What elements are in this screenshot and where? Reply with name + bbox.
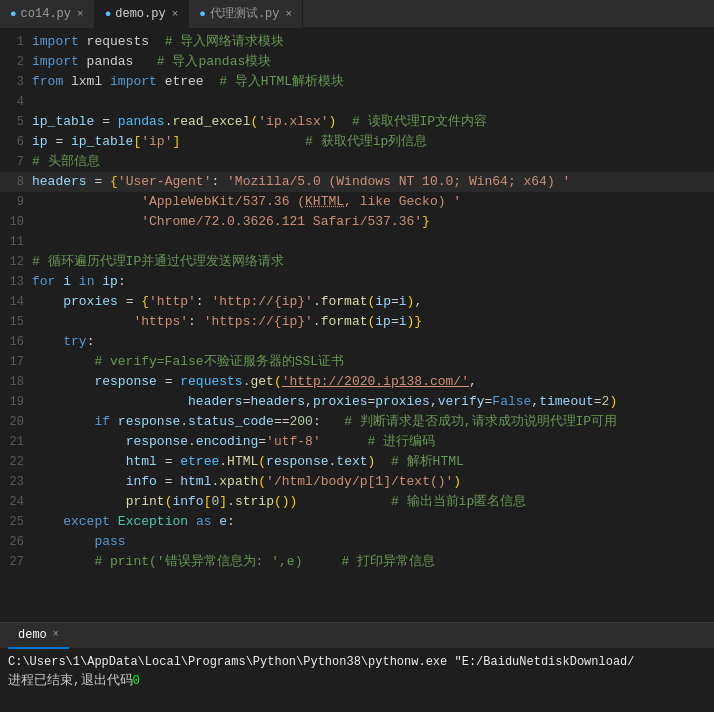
tab-co14-label: co14.py bbox=[21, 7, 71, 21]
python-icon-proxy: ● bbox=[199, 8, 206, 20]
line-number-27: 27 bbox=[4, 552, 32, 572]
line-content-9: 'AppleWebKit/537.36 (KHTML, like Gecko) … bbox=[32, 192, 710, 212]
code-line-4: 4 bbox=[0, 92, 714, 112]
panel-tab-demo-label: demo bbox=[18, 628, 47, 642]
code-line-19: 19 headers=headers,proxies=proxies,verif… bbox=[0, 392, 714, 412]
code-line-23: 23 info = html.xpath('/html/body/p[1]/te… bbox=[0, 472, 714, 492]
code-line-1: 1import requests # 导入网络请求模块 bbox=[0, 32, 714, 52]
code-editor[interactable]: 1import requests # 导入网络请求模块2import panda… bbox=[0, 28, 714, 622]
code-line-3: 3from lxml import etree # 导入HTML解析模块 bbox=[0, 72, 714, 92]
line-number-13: 13 bbox=[4, 272, 32, 292]
code-line-21: 21 response.encoding='utf-8' # 进行编码 bbox=[0, 432, 714, 452]
tab-proxy-label: 代理测试.py bbox=[210, 5, 280, 22]
code-line-15: 15 'https': 'https://{ip}'.format(ip=i)} bbox=[0, 312, 714, 332]
line-content-22: html = etree.HTML(response.text) # 解析HTM… bbox=[32, 452, 710, 472]
tab-demo-label: demo.py bbox=[115, 7, 165, 21]
line-number-19: 19 bbox=[4, 392, 32, 412]
close-tab-demo[interactable]: × bbox=[172, 8, 179, 20]
line-number-23: 23 bbox=[4, 472, 32, 492]
line-number-17: 17 bbox=[4, 352, 32, 372]
line-content-16: try: bbox=[32, 332, 710, 352]
code-line-10: 10 'Chrome/72.0.3626.121 Safari/537.36'} bbox=[0, 212, 714, 232]
code-line-11: 11 bbox=[0, 232, 714, 252]
code-line-25: 25 except Exception as e: bbox=[0, 512, 714, 532]
line-content-7: # 头部信息 bbox=[32, 152, 710, 172]
close-tab-co14[interactable]: × bbox=[77, 8, 84, 20]
code-line-22: 22 html = etree.HTML(response.text) # 解析… bbox=[0, 452, 714, 472]
line-number-26: 26 bbox=[4, 532, 32, 552]
terminal-path-text: C:\Users\1\AppData\Local\Programs\Python… bbox=[8, 655, 635, 669]
panel-tab-bar: demo × bbox=[0, 623, 714, 649]
code-line-18: 18 response = requests.get('http://2020.… bbox=[0, 372, 714, 392]
line-number-4: 4 bbox=[4, 92, 32, 112]
line-number-3: 3 bbox=[4, 72, 32, 92]
line-content-5: ip_table = pandas.read_excel('ip.xlsx') … bbox=[32, 112, 710, 132]
line-content-1: import requests # 导入网络请求模块 bbox=[32, 32, 710, 52]
terminal-path-line: C:\Users\1\AppData\Local\Programs\Python… bbox=[8, 653, 706, 672]
tab-bar: ● co14.py × ● demo.py × ● 代理测试.py × bbox=[0, 0, 714, 28]
code-line-9: 9 'AppleWebKit/537.36 (KHTML, like Gecko… bbox=[0, 192, 714, 212]
line-content-26: pass bbox=[32, 532, 710, 552]
line-content-2: import pandas # 导入pandas模块 bbox=[32, 52, 710, 72]
line-content-18: response = requests.get('http://2020.ip1… bbox=[32, 372, 710, 392]
code-line-13: 13for i in ip: bbox=[0, 272, 714, 292]
code-line-6: 6ip = ip_table['ip'] # 获取代理ip列信息 bbox=[0, 132, 714, 152]
code-line-5: 5ip_table = pandas.read_excel('ip.xlsx')… bbox=[0, 112, 714, 132]
line-content-11 bbox=[32, 232, 710, 252]
line-number-12: 12 bbox=[4, 252, 32, 272]
line-number-9: 9 bbox=[4, 192, 32, 212]
line-content-17: # verify=False不验证服务器的SSL证书 bbox=[32, 352, 710, 372]
line-content-21: response.encoding='utf-8' # 进行编码 bbox=[32, 432, 710, 452]
line-content-10: 'Chrome/72.0.3626.121 Safari/537.36'} bbox=[32, 212, 710, 232]
line-content-3: from lxml import etree # 导入HTML解析模块 bbox=[32, 72, 710, 92]
line-number-11: 11 bbox=[4, 232, 32, 252]
code-line-17: 17 # verify=False不验证服务器的SSL证书 bbox=[0, 352, 714, 372]
line-number-1: 1 bbox=[4, 32, 32, 52]
line-content-12: # 循环遍历代理IP并通过代理发送网络请求 bbox=[32, 252, 710, 272]
terminal-exit-line: 进程已结束,退出代码0 bbox=[8, 672, 706, 691]
line-content-20: if response.status_code==200: # 判断请求是否成功… bbox=[32, 412, 710, 432]
line-number-21: 21 bbox=[4, 432, 32, 452]
line-number-10: 10 bbox=[4, 212, 32, 232]
code-line-24: 24 print(info[0].strip()) # 输出当前ip匿名信息 bbox=[0, 492, 714, 512]
code-line-8: 8headers = {'User-Agent': 'Mozilla/5.0 (… bbox=[0, 172, 714, 192]
line-content-15: 'https': 'https://{ip}'.format(ip=i)} bbox=[32, 312, 710, 332]
line-number-24: 24 bbox=[4, 492, 32, 512]
line-content-24: print(info[0].strip()) # 输出当前ip匿名信息 bbox=[32, 492, 710, 512]
line-content-4 bbox=[32, 92, 710, 112]
tab-co14[interactable]: ● co14.py × bbox=[0, 0, 95, 28]
python-icon-demo: ● bbox=[105, 8, 112, 20]
line-content-19: headers=headers,proxies=proxies,verify=F… bbox=[32, 392, 710, 412]
exit-code: 0 bbox=[133, 674, 141, 688]
tab-demo[interactable]: ● demo.py × bbox=[95, 0, 190, 28]
code-line-14: 14 proxies = {'http': 'http://{ip}'.form… bbox=[0, 292, 714, 312]
line-number-22: 22 bbox=[4, 452, 32, 472]
line-number-25: 25 bbox=[4, 512, 32, 532]
line-number-8: 8 bbox=[4, 172, 32, 192]
line-number-14: 14 bbox=[4, 292, 32, 312]
code-line-20: 20 if response.status_code==200: # 判断请求是… bbox=[0, 412, 714, 432]
line-number-20: 20 bbox=[4, 412, 32, 432]
line-number-7: 7 bbox=[4, 152, 32, 172]
python-icon-co14: ● bbox=[10, 8, 17, 20]
line-content-6: ip = ip_table['ip'] # 获取代理ip列信息 bbox=[32, 132, 710, 152]
code-line-27: 27 # print('错误异常信息为: ',e) # 打印异常信息 bbox=[0, 552, 714, 572]
bottom-panel: demo × C:\Users\1\AppData\Local\Programs… bbox=[0, 622, 714, 712]
exit-message: 进程已结束,退出代码 bbox=[8, 674, 133, 688]
panel-tab-close[interactable]: × bbox=[53, 629, 59, 640]
line-number-16: 16 bbox=[4, 332, 32, 352]
line-number-15: 15 bbox=[4, 312, 32, 332]
tab-proxy-test[interactable]: ● 代理测试.py × bbox=[189, 0, 303, 28]
code-line-26: 26 pass bbox=[0, 532, 714, 552]
line-content-27: # print('错误异常信息为: ',e) # 打印异常信息 bbox=[32, 552, 710, 572]
line-content-13: for i in ip: bbox=[32, 272, 710, 292]
line-number-6: 6 bbox=[4, 132, 32, 152]
line-content-14: proxies = {'http': 'http://{ip}'.format(… bbox=[32, 292, 710, 312]
close-tab-proxy[interactable]: × bbox=[286, 8, 293, 20]
code-line-7: 7# 头部信息 bbox=[0, 152, 714, 172]
code-line-2: 2import pandas # 导入pandas模块 bbox=[0, 52, 714, 72]
line-content-8: headers = {'User-Agent': 'Mozilla/5.0 (W… bbox=[32, 172, 710, 192]
code-line-12: 12# 循环遍历代理IP并通过代理发送网络请求 bbox=[0, 252, 714, 272]
panel-tab-demo[interactable]: demo × bbox=[8, 623, 69, 649]
line-number-18: 18 bbox=[4, 372, 32, 392]
